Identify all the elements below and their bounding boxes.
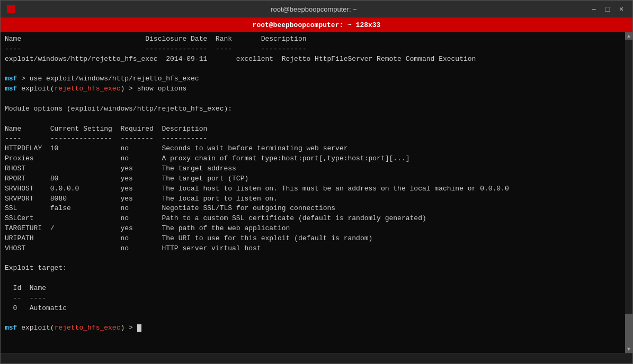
row-uripath: URIPATH no The URI to use for this explo… (5, 234, 621, 244)
terminal-header-text: root@beepboopcomputer: ~ 128x33 (253, 21, 381, 29)
output-blank1 (5, 65, 621, 75)
msf-prompt3: msf (5, 324, 17, 332)
output-module-opts: Module options (exploit/windows/http/rej… (5, 104, 621, 114)
row-ssl: SSL false no Negotiate SSL/TLS for outgo… (5, 204, 621, 214)
row-httpdelay: HTTPDELAY 10 no Seconds to wait before t… (5, 144, 621, 154)
output-blank5 (5, 274, 621, 284)
cursor (137, 324, 141, 332)
row-srvport: SRVPORT 8080 yes The local port to liste… (5, 194, 621, 204)
terminal-area[interactable]: Name Disclosure Date Rank Description --… (1, 32, 632, 353)
output-line2: ---- --------------- ---- ----------- (5, 44, 621, 54)
scrollbar[interactable]: ▲ ▼ (625, 32, 632, 353)
row-rhost: RHOST yes The target address (5, 164, 621, 174)
row-targeturi: TARGETURI / yes The path of the web appl… (5, 224, 621, 234)
target-dash: -- ---- (5, 294, 621, 304)
output-cmd1: msf > use exploit/windows/http/rejetto_h… (5, 74, 621, 84)
output-cmd3: msf exploit(rejetto_hfs_exec) > (5, 323, 621, 333)
maximize-button[interactable]: □ (603, 4, 612, 14)
minimize-button[interactable]: − (589, 4, 599, 14)
taskbar (1, 353, 632, 363)
msf-prompt2: msf (5, 85, 17, 93)
terminal-output[interactable]: Name Disclosure Date Rank Description --… (1, 32, 625, 353)
app-icon (7, 5, 15, 13)
close-button[interactable]: × (617, 4, 626, 14)
target-header: Id Name (5, 284, 621, 294)
output-blank3 (5, 114, 621, 124)
output-cmd2: msf exploit(rejetto_hfs_exec) > show opt… (5, 84, 621, 94)
row-proxies: Proxies no A proxy chain of format type:… (5, 154, 621, 164)
msf-prompt1: msf (5, 75, 17, 83)
window-controls: − □ × (589, 4, 626, 14)
scroll-thumb[interactable] (625, 314, 632, 345)
row-vhost: VHOST no HTTP server virtual host (5, 244, 621, 254)
row-sslcert: SSLCert no Path to a custom SSL certific… (5, 214, 621, 224)
target-row: 0 Automatic (5, 304, 621, 314)
output-table-header: Name Current Setting Required Descriptio… (5, 124, 621, 134)
output-blank4 (5, 254, 621, 264)
scroll-track[interactable] (625, 40, 632, 345)
output-line1: Name Disclosure Date Rank Description (5, 34, 621, 44)
window-title: root@beepboopcomputer: ~ (39, 5, 589, 13)
output-line3: exploit/windows/http/rejetto_hfs_exec 20… (5, 54, 621, 65)
output-blank2 (5, 94, 621, 104)
exploit-name1: rejetto_hfs_exec (55, 85, 121, 93)
exploit-name2: rejetto_hfs_exec (55, 324, 121, 332)
exploit-target-label: Exploit target: (5, 263, 621, 274)
scroll-down-button[interactable]: ▼ (625, 345, 632, 353)
row-srvhost: SRVHOST 0.0.0.0 yes The local host to li… (5, 184, 621, 194)
title-bar: root@beepboopcomputer: ~ − □ × (1, 1, 632, 17)
output-table-dash: ---- --------------- -------- ----------… (5, 134, 621, 144)
terminal-window: root@beepboopcomputer: ~ − □ × root@beep… (0, 0, 633, 364)
output-blank6 (5, 314, 621, 324)
scroll-up-button[interactable]: ▲ (625, 32, 632, 40)
terminal-inner-header: root@beepboopcomputer: ~ 128x33 (1, 17, 632, 32)
row-rport: RPORT 80 yes The target port (TCP) (5, 174, 621, 184)
